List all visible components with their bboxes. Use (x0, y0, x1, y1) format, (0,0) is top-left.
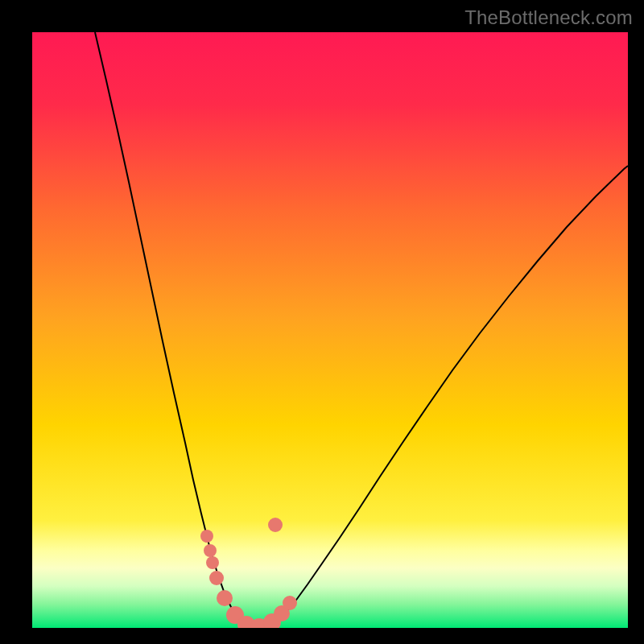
marker-dot (209, 571, 224, 585)
gradient-background (32, 32, 628, 628)
marker-dot (200, 530, 213, 543)
plot-area (32, 32, 628, 628)
chart-svg (32, 32, 628, 628)
watermark-label: TheBottleneck.com (464, 6, 633, 29)
marker-dot (204, 544, 217, 557)
marker-dot (217, 590, 233, 606)
marker-dot (283, 596, 297, 610)
chart-frame: TheBottleneck.com (0, 0, 644, 644)
marker-dot (206, 556, 219, 569)
marker-dot (268, 518, 283, 532)
